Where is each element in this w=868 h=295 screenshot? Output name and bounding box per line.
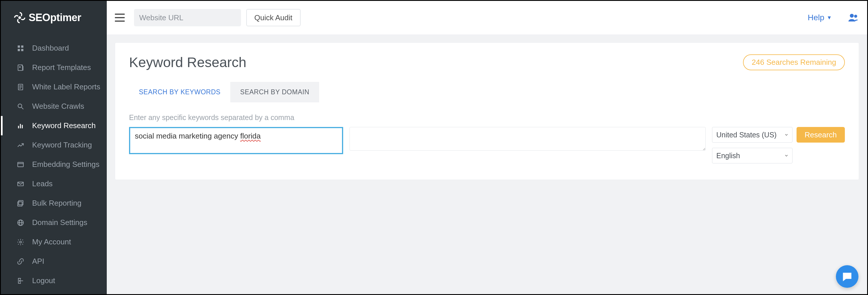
help-dropdown[interactable]: Help ▼ [808,13,832,22]
quick-audit-button[interactable]: Quick Audit [246,9,301,26]
sidebar-item-label: My Account [32,237,71,247]
page-title: Keyword Research [129,54,247,70]
sidebar-item-label: White Label Reports [32,83,100,91]
svg-line-11 [22,107,24,109]
sidebar-item-api[interactable]: API [1,252,107,271]
sidebar-nav: Dashboard Report Templates White Label R… [1,34,107,290]
brand-name: SEOptimer [29,11,81,24]
sidebar-item-embedding-settings[interactable]: Embedding Settings [1,155,107,174]
svg-rect-2 [21,45,24,48]
main: Quick Audit Help ▼ Keyword Research 246 … [107,1,867,294]
language-select[interactable]: English [712,148,793,163]
sidebar-item-label: Leads [32,179,53,188]
sidebar-item-label: Domain Settings [32,218,87,227]
svg-point-10 [18,104,22,107]
svg-rect-15 [18,162,24,167]
search-row: social media marketing agency florida Un… [129,127,845,163]
users-icon[interactable] [847,12,859,24]
content-area: Keyword Research 246 Searches Remaining … [107,34,867,294]
sidebar: SEOptimer Dashboard Report Templates Whi… [1,1,107,294]
sidebar-item-my-account[interactable]: My Account [1,232,107,252]
chat-widget-button[interactable] [836,265,859,288]
keyword-text-prefix: social media marketing agency [135,132,240,140]
svg-point-25 [854,15,857,18]
research-button[interactable]: Research [797,127,845,142]
sidebar-item-keyword-research[interactable]: Keyword Research [1,116,107,135]
sidebar-item-label: Website Crawls [32,102,84,111]
keyword-hint: Enter any specific keywords separated by… [129,113,845,122]
sidebar-item-label: Keyword Research [32,121,96,130]
sidebar-item-report-templates[interactable]: Report Templates [1,58,107,77]
country-select[interactable]: United States (US) [712,127,793,142]
logout-icon [17,277,25,285]
brand-logo[interactable]: SEOptimer [1,1,107,34]
svg-rect-4 [21,49,24,51]
sidebar-item-label: Logout [32,276,55,285]
keyword-text-underlined: florida [240,132,261,140]
keyword-research-card: Keyword Research 246 Searches Remaining … [115,42,859,180]
svg-rect-3 [18,49,20,51]
sidebar-item-label: Report Templates [32,63,91,72]
svg-point-0 [19,17,21,19]
search-icon [17,102,25,110]
sidebar-item-keyword-tracking[interactable]: Keyword Tracking [1,135,107,155]
code-icon [17,161,25,169]
sidebar-item-logout[interactable]: Logout [1,271,107,290]
sidebar-item-label: API [32,257,44,266]
keywords-textarea-extended[interactable] [349,127,706,151]
hamburger-icon[interactable] [115,13,125,22]
svg-point-24 [850,14,854,18]
dashboard-icon [17,44,25,52]
sidebar-item-label: Dashboard [32,44,69,53]
sidebar-item-dashboard[interactable]: Dashboard [1,38,107,58]
svg-rect-13 [20,124,21,128]
stack-icon [17,199,25,207]
trend-icon [17,141,25,149]
website-url-input[interactable] [134,9,241,26]
svg-rect-12 [18,126,19,128]
sidebar-item-label: Bulk Reporting [32,199,82,208]
sidebar-item-bulk-reporting[interactable]: Bulk Reporting [1,194,107,213]
topbar: Quick Audit Help ▼ [107,1,867,34]
document-icon [17,83,25,91]
chat-icon [842,271,852,282]
tab-search-by-keywords[interactable]: SEARCH BY KEYWORDS [129,82,230,102]
gear-icon [17,238,25,246]
search-mode-tabs: SEARCH BY KEYWORDS SEARCH BY DOMAIN [129,82,845,102]
sidebar-item-label: Embedding Settings [32,160,99,169]
svg-rect-14 [22,125,23,128]
searches-remaining-badge: 246 Searches Remaining [743,54,845,70]
sidebar-item-domain-settings[interactable]: Domain Settings [1,213,107,232]
sidebar-item-white-label[interactable]: White Label Reports [1,77,107,97]
sidebar-item-label: Keyword Tracking [32,140,92,150]
svg-rect-1 [18,45,20,48]
sidebar-item-website-crawls[interactable]: Website Crawls [1,97,107,116]
keywords-input[interactable]: social media marketing agency florida [129,127,343,154]
barchart-icon [17,122,25,130]
help-label: Help [808,13,825,22]
template-icon [17,64,25,72]
sidebar-item-leads[interactable]: Leads [1,174,107,194]
caret-down-icon: ▼ [827,15,832,21]
tab-search-by-domain[interactable]: SEARCH BY DOMAIN [230,82,319,102]
svg-point-23 [20,241,22,243]
envelope-icon [17,180,25,188]
globe-icon [17,219,25,227]
logo-icon [13,11,26,24]
link-icon [17,257,25,265]
